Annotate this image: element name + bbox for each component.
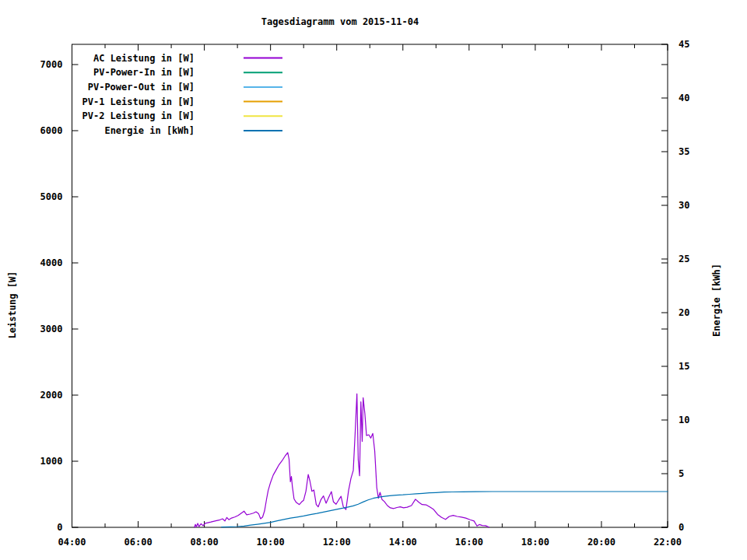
y1-axis-tick-label: 6000	[40, 125, 63, 136]
plot-area: 04:0006:0008:0010:0012:0014:0016:0018:00…	[0, 0, 747, 560]
x-axis-tick-label: 14:00	[389, 537, 417, 548]
y2-axis-tick-label: 20	[679, 307, 689, 318]
legend-label: PV-Power-Out in [W]	[88, 82, 195, 93]
y1-axis-tick-label: 1000	[40, 456, 63, 467]
chart-canvas: Tagesdiagramm vom 2015-11-04 Leistung [W…	[0, 0, 747, 560]
x-axis-tick-label: 06:00	[124, 537, 152, 548]
y1-axis-tick-label: 7000	[40, 59, 63, 70]
y2-axis-tick-label: 10	[679, 415, 689, 425]
legend-label: PV-Power-In in [W]	[93, 67, 195, 78]
x-axis-tick-label: 22:00	[654, 537, 682, 548]
y2-axis-tick-label: 40	[679, 93, 689, 103]
y1-axis-tick-label: 0	[57, 522, 62, 533]
series-line-energie-in-kwh	[222, 492, 668, 527]
y2-axis-tick-label: 5	[679, 468, 684, 479]
x-axis-tick-label: 08:00	[191, 537, 219, 548]
y2-axis-tick-label: 0	[679, 522, 684, 533]
x-axis-tick-label: 18:00	[521, 537, 549, 548]
x-axis-tick-label: 16:00	[455, 537, 483, 548]
y1-axis-tick-label: 2000	[40, 390, 63, 401]
y2-axis-tick-label: 15	[679, 361, 689, 372]
y2-axis-tick-label: 30	[679, 200, 689, 211]
x-axis-tick-label: 04:00	[58, 537, 86, 548]
legend-label: PV-2 Leistung in [W]	[82, 110, 195, 121]
y2-axis-tick-label: 45	[679, 39, 689, 50]
y1-axis-tick-label: 5000	[40, 191, 63, 202]
x-axis-tick-label: 10:00	[257, 537, 285, 548]
series-line-ac-leistung-in-w	[195, 394, 489, 527]
legend-label: PV-1 Leistung in [W]	[82, 96, 195, 107]
x-axis-tick-label: 12:00	[323, 537, 351, 548]
legend-label: AC Leistung in [W]	[93, 53, 195, 64]
y2-axis-tick-label: 35	[679, 146, 689, 157]
x-axis-tick-label: 20:00	[587, 537, 615, 548]
y2-axis-tick-label: 25	[679, 254, 689, 264]
y1-axis-tick-label: 3000	[40, 324, 63, 334]
legend-label: Energie in [kWh]	[104, 125, 195, 136]
y1-axis-tick-label: 4000	[40, 257, 63, 268]
